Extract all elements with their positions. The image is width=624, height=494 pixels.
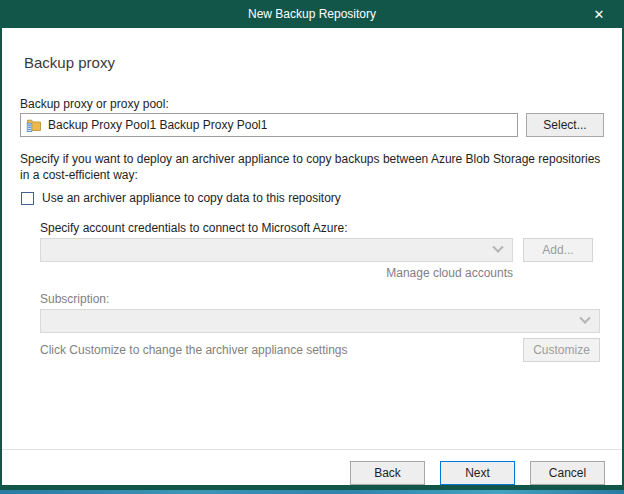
subscription-dropdown: [40, 309, 600, 333]
next-button[interactable]: Next: [440, 461, 515, 485]
credentials-label: Specify account credentials to connect t…: [40, 221, 348, 235]
window-border-left: [0, 28, 2, 489]
close-button[interactable]: ✕: [582, 0, 616, 28]
window-title: New Backup Repository: [248, 7, 376, 21]
footer-divider: [2, 449, 622, 450]
close-icon: ✕: [594, 7, 605, 22]
back-button[interactable]: Back: [350, 461, 425, 485]
chevron-down-icon: [492, 242, 503, 253]
select-button[interactable]: Select...: [526, 113, 604, 137]
customize-button: Customize: [523, 338, 600, 362]
proxy-pool-label: Backup proxy or proxy pool:: [20, 97, 169, 111]
page-title: Backup proxy: [24, 54, 115, 71]
checkbox-box-icon[interactable]: [21, 192, 34, 205]
add-button: Add...: [523, 238, 593, 262]
archiver-checkbox-label: Use an archiver appliance to copy data t…: [42, 191, 341, 205]
customize-hint: Click Customize to change the archiver a…: [40, 343, 348, 357]
cancel-button[interactable]: Cancel: [530, 461, 605, 485]
credentials-dropdown: [40, 238, 513, 262]
manage-cloud-accounts-link[interactable]: Manage cloud accounts: [40, 266, 513, 280]
subscription-label: Subscription:: [40, 292, 109, 306]
titlebar: New Backup Repository ✕: [0, 0, 624, 28]
archiver-checkbox[interactable]: Use an archiver appliance to copy data t…: [21, 191, 341, 205]
proxy-pool-value: Backup Proxy Pool1 Backup Proxy Pool1: [48, 118, 267, 132]
new-backup-repository-dialog: New Backup Repository ✕ Backup proxy Bac…: [0, 0, 624, 494]
chevron-down-icon: [579, 313, 590, 324]
archiver-description: Specify if you want to deploy an archive…: [20, 151, 608, 183]
proxy-pool-icon: [26, 117, 42, 133]
proxy-pool-input[interactable]: Backup Proxy Pool1 Backup Proxy Pool1: [20, 113, 518, 137]
bottom-accent-strip: [0, 490, 624, 494]
